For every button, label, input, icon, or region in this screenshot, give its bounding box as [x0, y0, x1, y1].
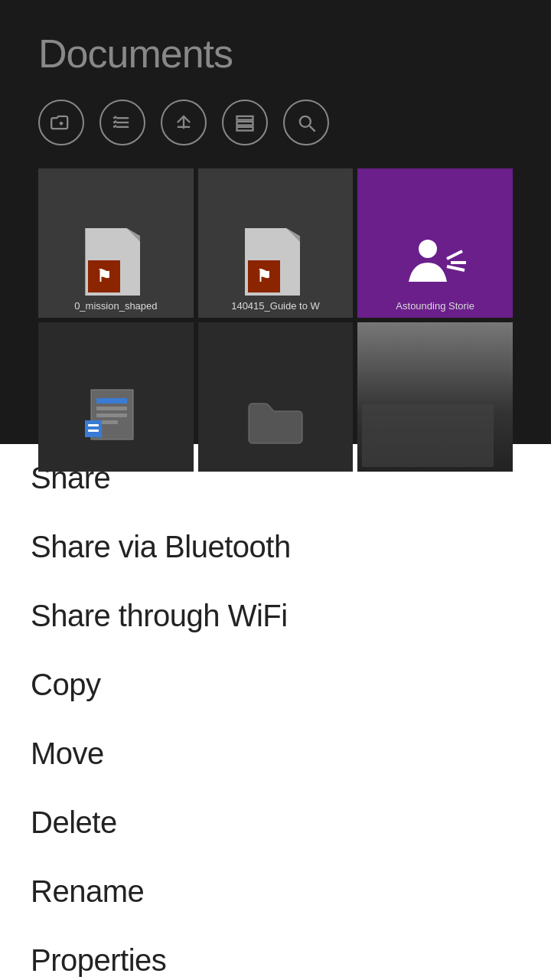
svg-rect-22 [85, 420, 102, 437]
file-tile-4[interactable] [198, 322, 354, 472]
checklist-icon[interactable] [99, 100, 145, 145]
svg-rect-23 [88, 424, 99, 426]
toolbar [38, 100, 513, 145]
file-name-1: 140415_Guide to W [198, 300, 354, 312]
svg-line-14 [447, 266, 465, 270]
svg-line-11 [310, 126, 315, 132]
move-item[interactable]: Move [0, 720, 551, 789]
svg-rect-24 [88, 430, 99, 432]
sort-icon[interactable] [161, 100, 207, 145]
file-name-0: 0_mission_shaped [38, 300, 194, 312]
svg-point-10 [300, 116, 311, 127]
search-icon[interactable] [283, 100, 329, 145]
svg-rect-18 [96, 398, 127, 403]
person-icon [401, 228, 470, 297]
file-grid: ⚑ 0_mission_shaped ⚑ 140415_Guide to W [38, 168, 513, 472]
share-wifi-item[interactable]: Share through WiFi [0, 582, 551, 651]
context-menu: Share Share via Bluetooth Share through … [0, 444, 551, 980]
svg-point-12 [419, 240, 437, 258]
file-name-2: Astounding Storie [357, 300, 513, 312]
delete-item[interactable]: Delete [0, 789, 551, 858]
list-view-icon[interactable] [222, 100, 268, 145]
svg-rect-8 [237, 122, 253, 126]
svg-rect-7 [237, 116, 253, 120]
file-tile-3[interactable] [38, 322, 194, 472]
rename-item[interactable]: Rename [0, 858, 551, 926]
svg-rect-9 [237, 127, 253, 131]
top-section: Documents [0, 0, 551, 444]
file-tile-2[interactable]: Astounding Storie [357, 168, 513, 318]
copy-item[interactable]: Copy [0, 651, 551, 720]
share-bluetooth-item[interactable]: Share via Bluetooth [0, 513, 551, 582]
svg-rect-19 [96, 407, 127, 410]
file-tile-5[interactable] [357, 322, 513, 472]
file-tile-1[interactable]: ⚑ 140415_Guide to W [198, 168, 354, 318]
file-tile-0[interactable]: ⚑ 0_mission_shaped [38, 168, 194, 318]
svg-line-13 [447, 251, 462, 259]
properties-item[interactable]: Properties [0, 926, 551, 980]
page-title: Documents [38, 31, 513, 77]
svg-rect-20 [96, 413, 127, 417]
folder-add-icon[interactable] [38, 100, 84, 145]
